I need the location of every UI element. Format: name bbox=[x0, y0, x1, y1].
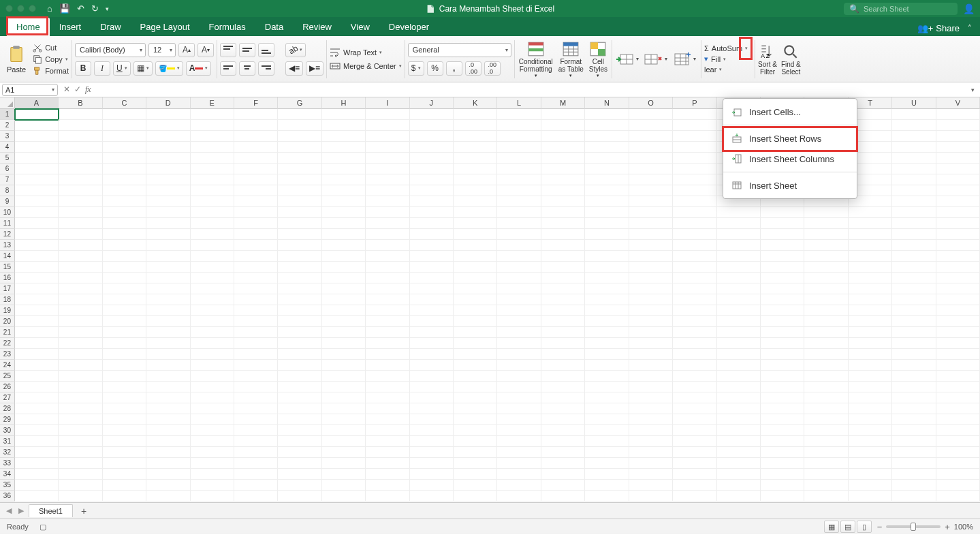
align-bottom-button[interactable] bbox=[258, 43, 274, 57]
cell[interactable] bbox=[278, 174, 321, 185]
cell[interactable] bbox=[497, 109, 541, 120]
cell[interactable] bbox=[322, 491, 366, 501]
cell[interactable] bbox=[585, 469, 629, 480]
cell[interactable] bbox=[454, 109, 497, 120]
cell[interactable] bbox=[673, 425, 716, 436]
cell[interactable] bbox=[673, 218, 716, 229]
cell[interactable] bbox=[585, 120, 629, 131]
cell[interactable] bbox=[322, 458, 366, 469]
cell[interactable] bbox=[541, 109, 585, 120]
cell[interactable] bbox=[15, 185, 59, 196]
cell[interactable] bbox=[410, 458, 454, 469]
cell[interactable] bbox=[497, 294, 541, 305]
align-center-button[interactable] bbox=[239, 61, 255, 76]
cell[interactable] bbox=[278, 458, 321, 469]
cell[interactable] bbox=[322, 142, 366, 153]
cell[interactable] bbox=[410, 185, 454, 196]
cell[interactable] bbox=[454, 327, 497, 338]
cell[interactable] bbox=[191, 164, 234, 174]
cell[interactable] bbox=[322, 403, 366, 414]
cell[interactable] bbox=[278, 142, 321, 153]
cell[interactable] bbox=[366, 458, 409, 469]
cell[interactable] bbox=[234, 491, 278, 501]
increase-decimal-button[interactable]: .0.00 bbox=[465, 61, 481, 76]
cell[interactable] bbox=[629, 218, 673, 229]
cell[interactable] bbox=[585, 305, 629, 316]
cell[interactable] bbox=[59, 425, 102, 436]
cell[interactable] bbox=[849, 251, 892, 262]
decrease-indent-button[interactable]: ◀≡ bbox=[285, 61, 303, 76]
cell[interactable] bbox=[59, 164, 102, 174]
cell[interactable] bbox=[497, 273, 541, 283]
cell[interactable] bbox=[191, 349, 234, 360]
cell[interactable] bbox=[892, 174, 936, 185]
cell[interactable] bbox=[936, 480, 980, 491]
cell[interactable] bbox=[541, 185, 585, 196]
cell[interactable] bbox=[541, 207, 585, 218]
cell[interactable] bbox=[936, 251, 980, 262]
cell[interactable] bbox=[892, 283, 936, 294]
cell[interactable] bbox=[804, 382, 848, 392]
cell[interactable] bbox=[103, 109, 146, 120]
cell[interactable] bbox=[366, 316, 409, 327]
cell[interactable] bbox=[673, 469, 716, 480]
cell[interactable] bbox=[497, 283, 541, 294]
cell[interactable] bbox=[585, 164, 629, 174]
cell[interactable] bbox=[849, 294, 892, 305]
cell[interactable] bbox=[892, 218, 936, 229]
cell[interactable] bbox=[761, 447, 804, 458]
cell[interactable] bbox=[804, 436, 848, 447]
cell[interactable] bbox=[936, 131, 980, 142]
cell[interactable] bbox=[541, 382, 585, 392]
cell[interactable] bbox=[541, 480, 585, 491]
cell[interactable] bbox=[366, 327, 409, 338]
currency-button[interactable]: $▾ bbox=[408, 61, 424, 76]
cell[interactable] bbox=[191, 185, 234, 196]
cell[interactable] bbox=[410, 392, 454, 403]
cell[interactable] bbox=[15, 338, 59, 349]
cell[interactable] bbox=[936, 174, 980, 185]
cell[interactable] bbox=[761, 458, 804, 469]
menu-insert-rows[interactable]: Insert Sheet Rows bbox=[723, 128, 857, 149]
cell[interactable] bbox=[761, 371, 804, 382]
cell[interactable] bbox=[497, 142, 541, 153]
cell[interactable] bbox=[322, 174, 366, 185]
cell-styles-button[interactable]: Cell Styles▾ bbox=[588, 40, 609, 79]
row-header[interactable]: 21 bbox=[0, 327, 15, 338]
row-header[interactable]: 23 bbox=[0, 349, 15, 360]
cell[interactable] bbox=[717, 425, 761, 436]
cell[interactable] bbox=[59, 382, 102, 392]
cell[interactable] bbox=[936, 360, 980, 371]
cell[interactable] bbox=[234, 185, 278, 196]
cell[interactable] bbox=[234, 436, 278, 447]
cell[interactable] bbox=[804, 360, 848, 371]
cell[interactable] bbox=[103, 262, 146, 273]
cell[interactable] bbox=[234, 273, 278, 283]
cell[interactable] bbox=[804, 338, 848, 349]
cell[interactable] bbox=[59, 447, 102, 458]
cell[interactable] bbox=[191, 131, 234, 142]
cell[interactable] bbox=[761, 283, 804, 294]
cell[interactable] bbox=[103, 349, 146, 360]
cell[interactable] bbox=[936, 382, 980, 392]
cell[interactable] bbox=[541, 262, 585, 273]
cell[interactable] bbox=[103, 458, 146, 469]
minimize-traffic-icon[interactable] bbox=[17, 5, 25, 12]
cell[interactable] bbox=[936, 425, 980, 436]
cell[interactable] bbox=[410, 251, 454, 262]
cell[interactable] bbox=[234, 305, 278, 316]
cell[interactable] bbox=[541, 338, 585, 349]
cell[interactable] bbox=[454, 153, 497, 164]
cell[interactable] bbox=[717, 371, 761, 382]
cell[interactable] bbox=[892, 131, 936, 142]
menu-insert-columns[interactable]: Insert Sheet Columns bbox=[723, 149, 857, 169]
cell[interactable] bbox=[146, 262, 190, 273]
cell[interactable] bbox=[103, 316, 146, 327]
col-header[interactable]: E bbox=[191, 97, 234, 109]
cell[interactable] bbox=[191, 414, 234, 425]
cell[interactable] bbox=[717, 240, 761, 251]
cell[interactable] bbox=[322, 120, 366, 131]
cell[interactable] bbox=[673, 371, 716, 382]
clear-button[interactable]: lear▾ bbox=[704, 65, 748, 74]
cell[interactable] bbox=[497, 360, 541, 371]
